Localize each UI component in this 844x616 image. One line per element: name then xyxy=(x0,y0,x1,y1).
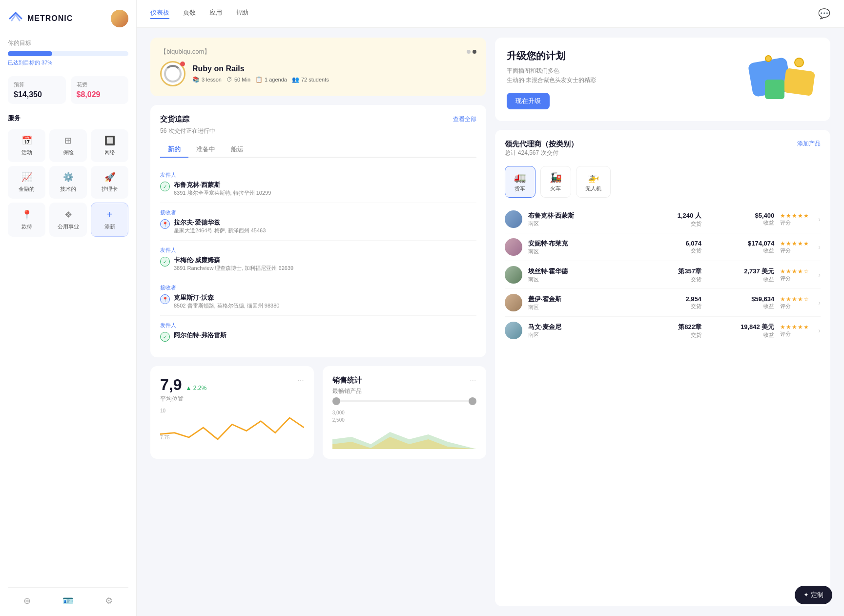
agent-arrow-1[interactable]: › xyxy=(818,215,821,223)
service-public[interactable]: ❖ 公用事业 xyxy=(49,203,87,237)
slider-handle-left[interactable] xyxy=(332,397,340,405)
agent-info-4: 盖伊·霍金斯 南区 xyxy=(528,295,629,311)
agent-rating-label-4: 评分 xyxy=(780,303,809,310)
receiver-address-2: 8502 普雷斯顿路, 英格尔伍德, 缅因州 98380 xyxy=(174,302,279,309)
cat-tab-drone[interactable]: 🚁 无人机 xyxy=(576,166,611,198)
content: 【biqubiqu.com】 Ruby on Rails 📚 xyxy=(137,28,844,616)
activity-label: 活动 xyxy=(21,149,32,156)
slider-handle-right[interactable] xyxy=(469,397,476,405)
stat-card: 7,9 ▲ 2.2% 平均位置 ··· 10 7.75 xyxy=(150,366,314,459)
upgrade-button[interactable]: 现在升级 xyxy=(507,93,550,109)
service-finance[interactable]: 📈 金融的 xyxy=(8,166,45,199)
stat-value: 7,9 xyxy=(160,376,182,394)
upgrade-text: 升级您的计划 平面插图和我们多色 生动的·未混合紫色头发女士的精彩 现在升级 xyxy=(507,49,733,109)
agent-money-2: $174,074 收益 xyxy=(707,240,774,254)
chat-icon[interactable]: 💬 xyxy=(818,8,830,20)
sender-address-2: 3891 Ranchview 理查森博士, 加利福尼亚州 62639 xyxy=(174,265,293,272)
avatar-image xyxy=(111,10,128,27)
service-tech[interactable]: ⚙️ 技术的 xyxy=(49,166,87,199)
cat-tab-truck[interactable]: 🚛 货车 xyxy=(505,166,535,198)
sender-row-1: ✓ 布鲁克林·西蒙斯 6391 埃尔全圣塞莱斯特, 特拉华州 10299 xyxy=(160,181,476,197)
receiver-name-2: 克里斯汀·沃森 xyxy=(174,293,279,302)
tab-new[interactable]: 新的 xyxy=(160,142,188,158)
service-activity[interactable]: 📅 活动 xyxy=(8,129,45,162)
agent-info-1: 布鲁克林·西蒙斯 南区 xyxy=(528,211,629,227)
shipment-item-1b: 接收者 📍 拉尔夫·爱德华兹 星家大道2464号 梅萨, 新泽西州 45463 xyxy=(160,203,476,241)
tracking-view-all[interactable]: 查看全部 xyxy=(453,115,476,123)
rails-circle xyxy=(164,65,182,82)
sender-icon-2: ✓ xyxy=(160,257,170,267)
agent-trans-4: 2,954 xyxy=(635,295,701,303)
upgrade-desc: 平面插图和我们多色 生动的·未混合紫色头发女士的精彩 xyxy=(507,66,733,85)
chart-label-10: 10 xyxy=(160,408,165,413)
sender-label-3: 发件人 xyxy=(160,322,476,329)
agent-stars-5: ★★★★★ xyxy=(780,324,809,330)
sidebar: METRONIC 你的目标 已达到目标的 37% 预算 $14,350 花费 $… xyxy=(0,0,137,616)
dot1 xyxy=(467,50,471,54)
receiver-icon-1: 📍 xyxy=(160,219,170,229)
customize-button[interactable]: ✦ 定制 xyxy=(795,586,832,604)
clock-icon: ⏱ xyxy=(226,76,232,83)
agent-arrow-3[interactable]: › xyxy=(818,271,821,279)
course-card-url: 【biqubiqu.com】 xyxy=(160,47,476,56)
tab-preparing[interactable]: 准备中 xyxy=(188,142,223,158)
agent-name-3: 埃丝特·霍华德 xyxy=(528,267,629,276)
dot2 xyxy=(473,50,476,54)
truck-icon: 🚛 xyxy=(514,171,526,183)
nav-apps[interactable]: 应用 xyxy=(209,8,222,19)
agent-trans-label-2: 交货 xyxy=(635,247,701,254)
illust-green xyxy=(765,80,784,99)
nav-dashboard[interactable]: 仪表板 xyxy=(150,8,169,19)
goal-percent: 已达到目标的 37% xyxy=(8,59,128,66)
service-nursing[interactable]: 🚀 护理卡 xyxy=(91,166,128,199)
agent-arrow-5[interactable]: › xyxy=(818,327,821,334)
sales-card: 销售统计 ··· 最畅销产品 3,000 2,500 xyxy=(323,366,486,459)
insurance-label: 保险 xyxy=(63,149,74,156)
mini-chart: 10 7.75 xyxy=(160,408,304,447)
stat-more-icon[interactable]: ··· xyxy=(297,376,304,385)
settings-icon[interactable]: ⚙ xyxy=(105,595,113,606)
agent-zone-1: 南区 xyxy=(528,220,629,227)
agent-arrow-4[interactable]: › xyxy=(818,299,821,307)
service-insurance[interactable]: ⊞ 保险 xyxy=(49,129,87,162)
budget-row: 预算 $14,350 花费 $8,029 xyxy=(8,76,128,104)
agent-rating-label-1: 评分 xyxy=(780,219,809,226)
agent-stars-2: ★★★★★ xyxy=(780,240,809,247)
service-reception[interactable]: 📍 款待 xyxy=(8,203,45,237)
service-network[interactable]: 🔲 网络 xyxy=(91,129,128,162)
tracking-header: 交货追踪 查看全部 xyxy=(160,115,476,124)
agent-arrow-2[interactable]: › xyxy=(818,243,821,251)
tab-shipping[interactable]: 船运 xyxy=(223,142,251,158)
service-add[interactable]: + 添新 xyxy=(91,203,128,237)
agent-add-button[interactable]: 添加产品 xyxy=(797,140,821,148)
receiver-row-1: 📍 拉尔夫·爱德华兹 星家大道2464号 梅萨, 新泽西州 45463 xyxy=(160,218,476,234)
nav-pages[interactable]: 页数 xyxy=(183,8,196,19)
coin-2 xyxy=(765,55,772,62)
services-title: 服务 xyxy=(8,114,128,123)
goal-label: 你的目标 xyxy=(8,39,128,47)
avatar[interactable] xyxy=(111,10,128,27)
agent-rev-label-4: 收益 xyxy=(707,303,774,310)
receiver-info-1: 拉尔夫·爱德华兹 星家大道2464号 梅萨, 新泽西州 45463 xyxy=(174,218,266,234)
lesson-icon: 📚 xyxy=(192,76,200,83)
sidebar-footer: ⊛ 🪪 ⚙ xyxy=(8,587,128,606)
agent-stat-3: 第357章 交货 xyxy=(635,267,701,283)
agent-title: 领先代理商（按类别） xyxy=(505,140,578,149)
agent-trans-1: 1,240 人 xyxy=(635,211,701,220)
nav-help[interactable]: 帮助 xyxy=(236,8,248,19)
agent-money-3: 2,737 美元 收益 xyxy=(707,267,774,283)
agent-avatar-1 xyxy=(505,210,522,228)
insurance-icon: ⊞ xyxy=(64,135,72,146)
card-icon[interactable]: 🪪 xyxy=(62,595,73,606)
receiver-label-2: 接收者 xyxy=(160,284,476,291)
sales-more-icon[interactable]: ··· xyxy=(470,376,476,385)
services-grid: 📅 活动 ⊞ 保险 🔲 网络 📈 金融的 ⚙️ 技术的 🚀 护理卡 📍 款待 ❖ xyxy=(8,129,128,237)
agent-trans-2: 6,074 xyxy=(635,240,701,247)
agent-zone-2: 南区 xyxy=(528,248,629,255)
agent-avatar-4 xyxy=(505,294,522,311)
cat-tab-train[interactable]: 🚂 火车 xyxy=(540,166,571,198)
receiver-info-2: 克里斯汀·沃森 8502 普雷斯顿路, 英格尔伍德, 缅因州 98380 xyxy=(174,293,279,309)
layers-icon[interactable]: ⊛ xyxy=(23,595,31,606)
sender-name-2: 卡梅伦·威廉姆森 xyxy=(174,256,293,265)
agent-stars-3: ★★★★☆ xyxy=(780,268,809,275)
